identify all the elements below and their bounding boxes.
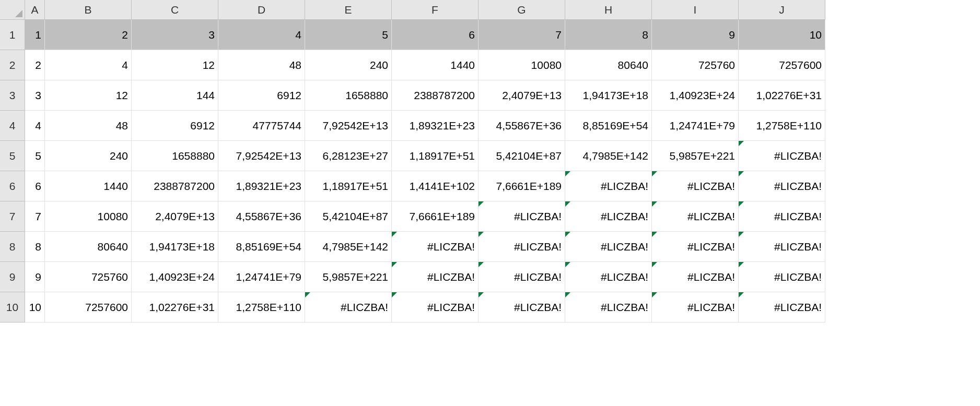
cell-E7[interactable]: 5,42104E+87	[305, 201, 392, 232]
cell-J7[interactable]: #LICZBA!	[739, 201, 825, 232]
column-header-B[interactable]: B	[45, 0, 132, 20]
cell-E4[interactable]: 7,92542E+13	[305, 111, 392, 141]
cell-G5[interactable]: 5,42104E+87	[479, 141, 565, 171]
cell-A1[interactable]: 1	[25, 20, 45, 50]
row-header-1[interactable]: 1	[0, 20, 25, 50]
cell-A7[interactable]: 7	[25, 201, 45, 232]
cell-I2[interactable]: 725760	[652, 50, 739, 80]
row-header-9[interactable]: 9	[0, 262, 25, 292]
cell-H10[interactable]: #LICZBA!	[565, 292, 652, 323]
cell-A9[interactable]: 9	[25, 262, 45, 292]
column-header-G[interactable]: G	[479, 0, 565, 20]
cell-E9[interactable]: 5,9857E+221	[305, 262, 392, 292]
cell-A2[interactable]: 2	[25, 50, 45, 80]
column-header-J[interactable]: J	[739, 0, 825, 20]
cell-J6[interactable]: #LICZBA!	[739, 171, 825, 201]
cell-E5[interactable]: 6,28123E+27	[305, 141, 392, 171]
cell-J5[interactable]: #LICZBA!	[739, 141, 825, 171]
cell-C1[interactable]: 3	[132, 20, 218, 50]
cell-A8[interactable]: 8	[25, 232, 45, 262]
cell-F8[interactable]: #LICZBA!	[392, 232, 479, 262]
cell-B4[interactable]: 48	[45, 111, 132, 141]
column-header-D[interactable]: D	[218, 0, 305, 20]
cell-F10[interactable]: #LICZBA!	[392, 292, 479, 323]
cell-G3[interactable]: 2,4079E+13	[479, 80, 565, 111]
cell-D9[interactable]: 1,24741E+79	[218, 262, 305, 292]
column-header-H[interactable]: H	[565, 0, 652, 20]
cell-C3[interactable]: 144	[132, 80, 218, 111]
cell-C7[interactable]: 2,4079E+13	[132, 201, 218, 232]
cell-D3[interactable]: 6912	[218, 80, 305, 111]
cell-F1[interactable]: 6	[392, 20, 479, 50]
column-header-F[interactable]: F	[392, 0, 479, 20]
cell-A6[interactable]: 6	[25, 171, 45, 201]
column-header-A[interactable]: A	[25, 0, 45, 20]
cell-C9[interactable]: 1,40923E+24	[132, 262, 218, 292]
cell-J1[interactable]: 10	[739, 20, 825, 50]
cell-G7[interactable]: #LICZBA!	[479, 201, 565, 232]
cell-J9[interactable]: #LICZBA!	[739, 262, 825, 292]
cell-H8[interactable]: #LICZBA!	[565, 232, 652, 262]
cell-A10[interactable]: 10	[25, 292, 45, 323]
cell-D5[interactable]: 7,92542E+13	[218, 141, 305, 171]
cell-E2[interactable]: 240	[305, 50, 392, 80]
cell-I4[interactable]: 1,24741E+79	[652, 111, 739, 141]
cell-E6[interactable]: 1,18917E+51	[305, 171, 392, 201]
cell-I6[interactable]: #LICZBA!	[652, 171, 739, 201]
cell-H9[interactable]: #LICZBA!	[565, 262, 652, 292]
cell-C10[interactable]: 1,02276E+31	[132, 292, 218, 323]
cell-I5[interactable]: 5,9857E+221	[652, 141, 739, 171]
cell-C5[interactable]: 1658880	[132, 141, 218, 171]
cell-F3[interactable]: 2388787200	[392, 80, 479, 111]
cell-G8[interactable]: #LICZBA!	[479, 232, 565, 262]
cell-B9[interactable]: 725760	[45, 262, 132, 292]
cell-C6[interactable]: 2388787200	[132, 171, 218, 201]
cell-I3[interactable]: 1,40923E+24	[652, 80, 739, 111]
cell-I8[interactable]: #LICZBA!	[652, 232, 739, 262]
cell-G4[interactable]: 4,55867E+36	[479, 111, 565, 141]
cell-E1[interactable]: 5	[305, 20, 392, 50]
spreadsheet-grid[interactable]: ABCDEFGHIJ112345678910224124824014401008…	[0, 0, 980, 323]
cell-F5[interactable]: 1,18917E+51	[392, 141, 479, 171]
row-header-7[interactable]: 7	[0, 201, 25, 232]
cell-H2[interactable]: 80640	[565, 50, 652, 80]
cell-B5[interactable]: 240	[45, 141, 132, 171]
cell-D4[interactable]: 47775744	[218, 111, 305, 141]
cell-H7[interactable]: #LICZBA!	[565, 201, 652, 232]
cell-D1[interactable]: 4	[218, 20, 305, 50]
cell-D2[interactable]: 48	[218, 50, 305, 80]
cell-H6[interactable]: #LICZBA!	[565, 171, 652, 201]
cell-G2[interactable]: 10080	[479, 50, 565, 80]
cell-H3[interactable]: 1,94173E+18	[565, 80, 652, 111]
cell-H4[interactable]: 8,85169E+54	[565, 111, 652, 141]
cell-D10[interactable]: 1,2758E+110	[218, 292, 305, 323]
cell-I9[interactable]: #LICZBA!	[652, 262, 739, 292]
cell-D8[interactable]: 8,85169E+54	[218, 232, 305, 262]
cell-J8[interactable]: #LICZBA!	[739, 232, 825, 262]
cell-D6[interactable]: 1,89321E+23	[218, 171, 305, 201]
cell-E10[interactable]: #LICZBA!	[305, 292, 392, 323]
cell-G9[interactable]: #LICZBA!	[479, 262, 565, 292]
select-all-corner[interactable]	[0, 0, 25, 20]
cell-A3[interactable]: 3	[25, 80, 45, 111]
cell-I1[interactable]: 9	[652, 20, 739, 50]
column-header-C[interactable]: C	[132, 0, 218, 20]
cell-I10[interactable]: #LICZBA!	[652, 292, 739, 323]
cell-J3[interactable]: 1,02276E+31	[739, 80, 825, 111]
cell-B6[interactable]: 1440	[45, 171, 132, 201]
cell-H1[interactable]: 8	[565, 20, 652, 50]
row-header-3[interactable]: 3	[0, 80, 25, 111]
cell-B1[interactable]: 2	[45, 20, 132, 50]
cell-E8[interactable]: 4,7985E+142	[305, 232, 392, 262]
row-header-4[interactable]: 4	[0, 111, 25, 141]
column-header-I[interactable]: I	[652, 0, 739, 20]
row-header-10[interactable]: 10	[0, 292, 25, 323]
cell-F6[interactable]: 1,4141E+102	[392, 171, 479, 201]
cell-B2[interactable]: 4	[45, 50, 132, 80]
cell-J4[interactable]: 1,2758E+110	[739, 111, 825, 141]
cell-H5[interactable]: 4,7985E+142	[565, 141, 652, 171]
cell-D7[interactable]: 4,55867E+36	[218, 201, 305, 232]
cell-G6[interactable]: 7,6661E+189	[479, 171, 565, 201]
cell-F4[interactable]: 1,89321E+23	[392, 111, 479, 141]
cell-B8[interactable]: 80640	[45, 232, 132, 262]
